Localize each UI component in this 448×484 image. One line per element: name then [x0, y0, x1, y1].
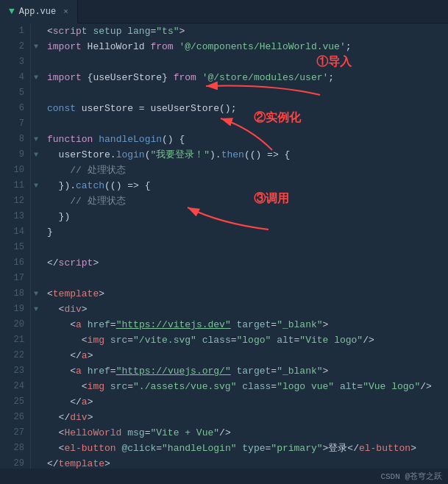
code-token: "primary" — [271, 441, 322, 456]
code-token: setup — [93, 24, 121, 39]
code-line: <el-button @click="handleLogin" type="pr… — [47, 441, 448, 456]
code-token: alt — [277, 332, 294, 348]
code-token: < — [47, 332, 88, 348]
code-token: a — [76, 363, 82, 379]
fold-icon[interactable]: ▼ — [34, 302, 38, 317]
code-token: }) — [47, 209, 70, 224]
line-number: 27 — [14, 425, 24, 441]
code-token: </ — [47, 394, 82, 410]
line-number: 1 — [19, 24, 24, 39]
code-token: < — [47, 425, 64, 441]
fold-icon[interactable]: ▼ — [34, 286, 38, 302]
code-token: < — [47, 441, 64, 456]
code-line: <div> — [47, 302, 448, 317]
code-line: <a href="https://vuejs.org/" target="_bl… — [47, 363, 448, 379]
code-token: {useUserStore} — [82, 70, 174, 85]
code-token: from — [174, 70, 196, 85]
code-token: </ — [47, 410, 70, 425]
line-number: 5 — [19, 85, 24, 101]
code-token: (() => { — [244, 147, 290, 163]
code-token: userStore = useUserStore(); — [76, 101, 236, 116]
fold-icon[interactable]: ▼ — [34, 132, 38, 147]
code-line: }).catch(() => { — [47, 178, 448, 193]
code-token: function — [47, 132, 93, 147]
code-token: "https://vuejs.org/" — [116, 363, 231, 379]
code-token: () { — [162, 132, 185, 147]
code-token: a — [82, 394, 88, 410]
code-token — [93, 132, 99, 147]
code-token: < — [47, 24, 53, 39]
code-token — [231, 363, 237, 379]
code-token: = — [266, 441, 271, 456]
fold-icon[interactable]: ▼ — [34, 70, 38, 85]
code-line: <HelloWorld msg="Vite + Vue"/> — [47, 425, 448, 441]
code-token: = — [150, 24, 156, 39]
code-token: "logo vue" — [277, 379, 334, 394]
line-number: 25 — [14, 394, 24, 410]
code-line: userStore.login("我要登录！").then(() => { — [47, 147, 448, 163]
code-token: img — [88, 379, 104, 394]
code-token — [121, 24, 127, 39]
line-number: 28 — [14, 441, 24, 456]
code-token — [104, 379, 110, 394]
tab-bar: ▼ App.vue × — [0, 0, 448, 24]
fold-icon[interactable]: ▼ — [34, 39, 38, 54]
code-token: </ — [47, 255, 59, 271]
line-number: 21 — [14, 332, 24, 348]
code-token: } — [47, 224, 53, 240]
code-token: target — [237, 317, 271, 332]
code-token — [174, 39, 179, 54]
code-token — [104, 332, 110, 348]
line-number: 15 — [14, 240, 24, 255]
code-line: const userStore = useUserStore(); — [47, 101, 448, 116]
code-token: = — [271, 363, 277, 379]
code-token: = — [271, 379, 277, 394]
tab-app-vue[interactable]: ▼ App.vue × — [0, 0, 78, 24]
fold-gutter: ▼▼▼▼▼▼▼ — [31, 24, 41, 484]
code-token: import — [47, 70, 82, 85]
code-token — [231, 317, 237, 332]
code-token: "Vite logo" — [299, 332, 363, 348]
code-token: el-button — [359, 441, 410, 456]
code-token: "/vite.svg" — [133, 332, 196, 348]
code-token: class — [202, 332, 231, 348]
code-token: lang — [127, 24, 150, 39]
tab-close-button[interactable]: × — [63, 7, 68, 16]
code-token: = — [145, 425, 151, 441]
code-token: catch — [76, 178, 104, 193]
code-token: HelloWorld — [82, 39, 151, 54]
editor-body: 1234567891011121314151617181920212223242… — [0, 24, 448, 484]
line-number: 3 — [19, 54, 24, 70]
code-token: script — [53, 24, 88, 39]
code-token: "./assets/vue.svg" — [133, 379, 236, 394]
line-number: 17 — [14, 271, 24, 286]
code-token: > — [323, 317, 329, 332]
line-number: 22 — [14, 348, 24, 363]
code-line — [47, 116, 448, 132]
code-token: class — [242, 379, 271, 394]
code-token: '@/store/modules/user' — [202, 70, 329, 85]
line-number: 14 — [14, 224, 24, 240]
line-number: 2 — [19, 39, 24, 54]
code-token: "我要登录！" — [150, 147, 210, 163]
code-token: </ — [47, 348, 82, 363]
code-line: </a> — [47, 394, 448, 410]
fold-icon[interactable]: ▼ — [34, 147, 38, 163]
code-token: ; — [346, 39, 352, 54]
code-line: <template> — [47, 286, 448, 302]
code-token: "https://vitejs.dev" — [116, 317, 231, 332]
line-number: 18 — [14, 286, 24, 302]
vue-icon: ▼ — [9, 6, 15, 17]
code-line: <script setup lang="ts"> — [47, 24, 448, 39]
code-token: href — [88, 317, 110, 332]
code-token: a — [82, 348, 88, 363]
code-token: '@/components/HelloWorld.vue' — [179, 39, 345, 54]
code-token: > — [93, 255, 99, 271]
code-token: > — [410, 441, 416, 456]
code-token: = — [110, 363, 116, 379]
code-token: "handleLogin" — [162, 441, 236, 456]
line-number: 4 — [19, 70, 24, 85]
fold-icon[interactable]: ▼ — [34, 178, 38, 193]
code-token: "ts" — [156, 24, 179, 39]
code-token: // 处理状态 — [70, 163, 125, 178]
